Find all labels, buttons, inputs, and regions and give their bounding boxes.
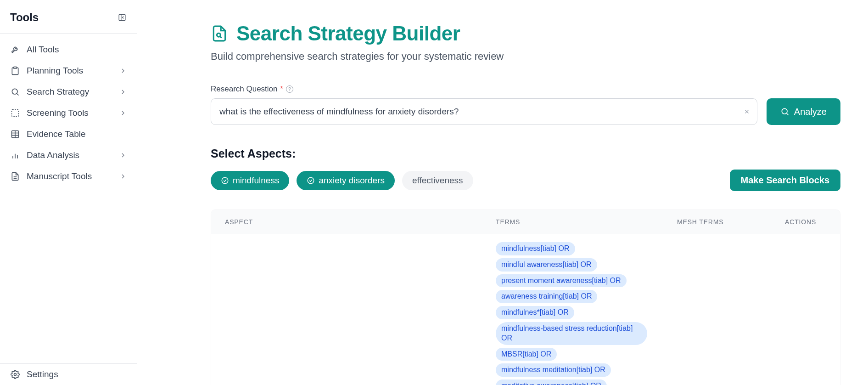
aspect-chip-anxiety-disorders[interactable]: anxiety disorders: [297, 171, 395, 190]
chip-label: mindfulness: [233, 176, 279, 186]
sidebar-item-data-analysis[interactable]: Data Analysis: [0, 145, 137, 166]
sidebar-item-manuscript-tools[interactable]: Manuscript Tools: [0, 166, 137, 187]
main-content: Search Strategy Builder Build comprehens…: [137, 0, 868, 385]
question-label-row: Research Question * ?: [211, 85, 840, 94]
sidebar-item-evidence-table[interactable]: Evidence Table: [0, 124, 137, 145]
sidebar-item-settings[interactable]: Settings: [0, 364, 137, 385]
svg-rect-5: [12, 110, 19, 117]
clipboard-icon: [10, 66, 20, 76]
file-search-icon: [211, 25, 228, 42]
svg-point-3: [12, 89, 17, 94]
search-icon: [780, 107, 790, 116]
term-pill[interactable]: mindfulnes*[tiab] OR: [496, 306, 574, 319]
analyze-label: Analyze: [794, 107, 827, 117]
term-pill[interactable]: MBSR[tiab] OR: [496, 348, 557, 361]
page-title-row: Search Strategy Builder: [211, 22, 840, 45]
terms-cell: mindfulness[tiab] ORmindful awareness[ti…: [496, 242, 677, 385]
chevron-right-icon: [119, 109, 127, 117]
analyze-button[interactable]: Analyze: [767, 98, 840, 125]
sidebar-item-planning-tools[interactable]: Planning Tools: [0, 60, 137, 81]
svg-line-4: [17, 94, 19, 96]
svg-point-22: [222, 177, 228, 184]
table-row: mindfulness The therapeutic intervention…: [211, 234, 840, 385]
sidebar-item-label: Planning Tools: [27, 66, 119, 76]
search-icon: [10, 87, 20, 97]
wrench-icon: [10, 45, 20, 55]
sidebar-item-search-strategy[interactable]: Search Strategy: [0, 81, 137, 102]
sidebar-item-screening-tools[interactable]: Screening Tools: [0, 102, 137, 124]
sidebar-nav: All Tools Planning Tools Search Strategy: [0, 34, 137, 363]
table-icon: [10, 129, 20, 139]
sidebar-header: Tools: [0, 0, 137, 34]
term-pill[interactable]: mindfulness meditation[tiab] OR: [496, 363, 611, 377]
sidebar-item-label: Settings: [27, 369, 127, 379]
gear-icon: [10, 369, 20, 379]
chevron-right-icon: [119, 173, 127, 180]
svg-point-15: [14, 374, 17, 376]
term-pill[interactable]: mindfulness-based stress reduction[tiab]…: [496, 322, 647, 345]
table-header: ASPECT TERMS MESH TERMS ACTIONS: [211, 210, 840, 234]
sidebar-item-label: Evidence Table: [27, 129, 127, 139]
svg-point-23: [308, 177, 314, 184]
sidebar-item-all-tools[interactable]: All Tools: [0, 39, 137, 60]
page-subtitle: Build comprehensive search strategies fo…: [211, 51, 840, 62]
sidebar-title: Tools: [10, 11, 39, 24]
sidebar: Tools All Tools Planning Tools: [0, 0, 137, 385]
question-label: Research Question: [211, 85, 278, 94]
scan-icon: [10, 108, 20, 118]
term-pill[interactable]: present moment awareness[tiab] OR: [496, 274, 627, 288]
sidebar-item-label: All Tools: [27, 45, 127, 55]
research-question-input[interactable]: [211, 98, 757, 125]
svg-line-21: [787, 113, 789, 115]
col-header-terms: TERMS: [496, 218, 677, 226]
svg-line-17: [220, 36, 222, 38]
help-icon[interactable]: ?: [286, 85, 293, 93]
check-circle-icon: [307, 176, 315, 185]
col-header-actions: ACTIONS: [785, 218, 826, 226]
sidebar-item-label: Search Strategy: [27, 87, 119, 97]
aspect-chips: mindfulness anxiety disorders effectiven…: [211, 171, 473, 190]
chevron-right-icon: [119, 88, 127, 96]
svg-point-20: [782, 108, 787, 114]
term-pill[interactable]: meditative awareness[tiab] OR: [496, 379, 607, 385]
term-pill[interactable]: mindful awareness[tiab] OR: [496, 258, 597, 272]
search-blocks-table: ASPECT TERMS MESH TERMS ACTIONS mindfuln…: [211, 209, 840, 385]
term-pill[interactable]: mindfulness[tiab] OR: [496, 242, 575, 255]
clear-icon[interactable]: [744, 108, 750, 115]
select-aspects-heading: Select Aspects:: [211, 147, 840, 160]
chart-icon: [10, 150, 20, 160]
chip-label: effectiveness: [412, 176, 463, 186]
chip-label: anxiety disorders: [319, 176, 385, 186]
aspect-chip-mindfulness[interactable]: mindfulness: [211, 171, 289, 190]
aspect-chip-effectiveness[interactable]: effectiveness: [402, 171, 473, 190]
sidebar-item-label: Manuscript Tools: [27, 171, 119, 181]
collapse-icon[interactable]: [118, 13, 127, 22]
required-asterisk: *: [280, 85, 283, 93]
make-search-blocks-button[interactable]: Make Search Blocks: [730, 170, 840, 191]
svg-point-16: [217, 33, 220, 37]
col-header-mesh: MESH TERMS: [677, 218, 785, 226]
sidebar-item-label: Data Analysis: [27, 150, 119, 160]
chevron-right-icon: [119, 67, 127, 74]
term-pill[interactable]: awareness training[tiab] OR: [496, 290, 597, 303]
file-icon: [10, 171, 20, 181]
sidebar-item-label: Screening Tools: [27, 108, 119, 118]
page-title: Search Strategy Builder: [236, 22, 460, 45]
svg-rect-2: [14, 67, 17, 68]
chevron-right-icon: [119, 152, 127, 159]
check-circle-icon: [221, 176, 229, 185]
col-header-aspect: ASPECT: [225, 218, 496, 226]
